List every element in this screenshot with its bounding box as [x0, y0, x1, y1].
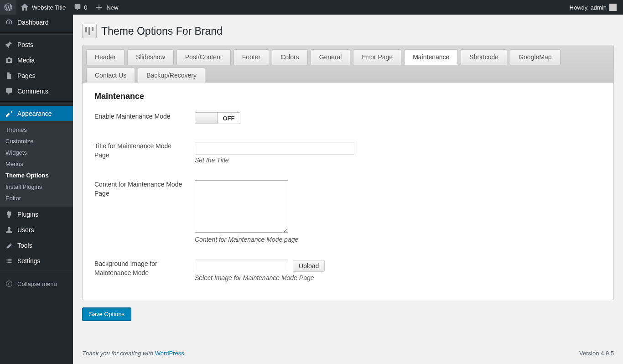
comment-count: 0 [84, 4, 87, 11]
tab-backup-recovery[interactable]: Backup/Recovery [138, 68, 205, 83]
menu-posts-label: Posts [17, 41, 33, 48]
media-icon [5, 56, 14, 65]
wordpress-icon [4, 3, 13, 12]
footer-version: Version 4.9.5 [579, 350, 614, 357]
tab-colors[interactable]: Colors [272, 49, 307, 65]
comments-icon [5, 87, 14, 96]
menu-separator [0, 32, 73, 35]
footer-wordpress-link[interactable]: WordPress [155, 350, 184, 357]
tab-maintenance[interactable]: Maintenance [404, 49, 458, 65]
plugins-icon [5, 210, 14, 219]
menu-media-label: Media [17, 57, 35, 64]
page-icon [5, 71, 14, 80]
appearance-icon [5, 109, 14, 118]
tab-shortcode[interactable]: Shortcode [461, 49, 507, 65]
enable-maintenance-label: Enable Maintenance Mode [94, 112, 195, 121]
enable-maintenance-toggle[interactable]: OFF [195, 112, 240, 124]
new-content[interactable]: New [91, 0, 122, 15]
tab-footer[interactable]: Footer [234, 49, 269, 65]
dashboard-icon [5, 18, 14, 27]
tab-error-page[interactable]: Error Page [353, 49, 401, 65]
admin-bar: Website Title 0 New Howdy, admin [0, 0, 623, 15]
submenu-menus[interactable]: Menus [0, 158, 73, 170]
bg-image-input[interactable] [195, 260, 288, 272]
content-textarea[interactable] [195, 180, 288, 233]
wp-logo[interactable] [0, 0, 16, 15]
menu-tools-label: Tools [17, 242, 32, 249]
menu-plugins[interactable]: Plugins [0, 207, 73, 222]
menu-pages-label: Pages [17, 72, 36, 79]
menu-appearance-label: Appearance [17, 110, 52, 117]
content-help: Content for Maintenance Mode page [195, 236, 602, 243]
avatar-icon [609, 4, 617, 11]
pin-icon [5, 40, 14, 49]
menu-comments[interactable]: Comments [0, 83, 73, 99]
menu-pages[interactable]: Pages [0, 68, 73, 83]
menu-users[interactable]: Users [0, 222, 73, 238]
menu-separator [0, 101, 73, 104]
content-label: Content for Maintenance Mode Page [94, 180, 195, 198]
menu-separator [0, 271, 73, 273]
page-title-wrap: Theme Options For Brand [82, 24, 614, 38]
menu-settings-label: Settings [17, 257, 41, 265]
menu-media[interactable]: Media [0, 52, 73, 68]
tab-googlemap[interactable]: GoogleMap [510, 49, 560, 65]
tab-slideshow[interactable]: Slideshow [127, 49, 174, 65]
collapse-menu[interactable]: Collapse menu [0, 276, 73, 292]
menu-comments-label: Comments [17, 88, 48, 95]
submenu-themes[interactable]: Themes [0, 124, 73, 135]
collapse-icon [5, 279, 14, 288]
submenu-install-plugins[interactable]: Install Plugins [0, 181, 73, 192]
my-account[interactable]: Howdy, admin [566, 0, 620, 15]
site-title: Website Title [32, 4, 66, 11]
submenu-widgets[interactable]: Widgets [0, 147, 73, 158]
bg-help: Select Image for Maintenance Mode Page [195, 274, 602, 281]
comment-icon [73, 3, 82, 12]
toggle-off-label: OFF [218, 113, 240, 124]
new-label: New [106, 4, 118, 11]
wp-footer: Thank you for creating with WordPress. V… [73, 344, 623, 364]
submenu-customize[interactable]: Customize [0, 135, 73, 147]
tools-icon [5, 241, 14, 250]
settings-icon [5, 256, 14, 265]
upload-button[interactable]: Upload [293, 260, 325, 272]
svg-point-0 [6, 281, 12, 287]
title-input[interactable] [195, 142, 354, 155]
collapse-label: Collapse menu [17, 281, 57, 287]
menu-posts[interactable]: Posts [0, 37, 73, 52]
section-heading: Maintenance [94, 92, 602, 101]
tab-header[interactable]: Header [86, 49, 125, 65]
plus-icon [94, 3, 104, 12]
home-icon [20, 3, 29, 12]
submenu-theme-options[interactable]: Theme Options [0, 170, 73, 181]
menu-settings[interactable]: Settings [0, 253, 73, 269]
title-label: Title for Maintenance Mode Page [94, 142, 195, 160]
comments-link[interactable]: 0 [69, 0, 91, 15]
menu-dashboard-label: Dashboard [17, 19, 49, 26]
tab-general[interactable]: General [311, 49, 351, 65]
appearance-submenu: Themes Customize Widgets Menus Theme Opt… [0, 121, 73, 207]
footer-thankyou-suffix: . [184, 350, 186, 357]
tab-contact-us[interactable]: Contact Us [86, 68, 135, 83]
site-link[interactable]: Website Title [16, 0, 69, 15]
page-title-icon [82, 24, 97, 38]
tabs-row: HeaderSlideshowPost/ContentFooterColorsG… [83, 45, 613, 83]
title-help: Set the Title [195, 156, 602, 164]
users-icon [5, 225, 14, 234]
submenu-editor[interactable]: Editor [0, 192, 73, 204]
menu-appearance[interactable]: Appearance [0, 106, 73, 121]
page-title: Theme Options For Brand [101, 25, 223, 37]
menu-tools[interactable]: Tools [0, 238, 73, 253]
menu-dashboard[interactable]: Dashboard [0, 15, 73, 30]
menu-users-label: Users [17, 226, 34, 234]
howdy-text: Howdy, admin [570, 4, 607, 11]
menu-plugins-label: Plugins [17, 211, 38, 218]
save-options-button[interactable]: Save Options [82, 307, 131, 321]
footer-thankyou-prefix: Thank you for creating with [82, 350, 155, 357]
options-panel: HeaderSlideshowPost/ContentFooterColorsG… [82, 45, 614, 300]
tab-post-content[interactable]: Post/Content [177, 49, 231, 65]
bg-image-label: Background Image for Maintenance Mode [94, 260, 195, 277]
admin-menu: Dashboard Posts Media Pages Comments [0, 15, 73, 364]
